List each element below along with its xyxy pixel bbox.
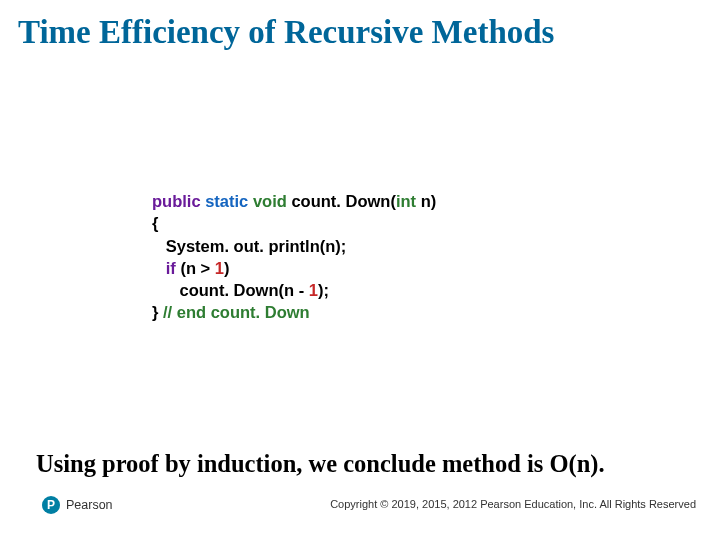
keyword-void: void [253, 192, 287, 210]
slide: Time Efficiency of Recursive Methods pub… [0, 0, 720, 540]
param-end: n) [416, 192, 436, 210]
literal-one-a: 1 [215, 259, 224, 277]
brand-logo: P Pearson [42, 496, 113, 514]
code-line-recurse: count. Down(n - 1); [152, 279, 436, 301]
literal-one-b: 1 [309, 281, 318, 299]
if-cond-post: ) [224, 259, 230, 277]
code-block: public static void count. Down(int n) { … [152, 190, 436, 324]
slide-title: Time Efficiency of Recursive Methods [0, 0, 720, 50]
recurse-post: ); [318, 281, 329, 299]
end-comment: // end count. Down [163, 303, 310, 321]
copyright-text: Copyright © 2019, 2015, 2012 Pearson Edu… [330, 498, 696, 510]
code-line-open-brace: { [152, 212, 436, 234]
code-line-signature: public static void count. Down(int n) [152, 190, 436, 212]
keyword-static: static [205, 192, 248, 210]
keyword-public: public [152, 192, 201, 210]
conclusion-text: Using proof by induction, we conclude me… [36, 450, 605, 478]
if-cond-pre: (n > [176, 259, 215, 277]
close-brace: } [152, 303, 163, 321]
code-line-if: if (n > 1) [152, 257, 436, 279]
brand-initial: P [47, 498, 55, 512]
code-line-close: } // end count. Down [152, 301, 436, 323]
brand-badge-icon: P [42, 496, 60, 514]
method-name: count. Down( [287, 192, 396, 210]
brand-name: Pearson [66, 498, 113, 512]
code-line-print: System. out. println(n); [152, 235, 436, 257]
keyword-int: int [396, 192, 416, 210]
keyword-if: if [166, 259, 176, 277]
recurse-pre: count. Down(n - [152, 281, 309, 299]
